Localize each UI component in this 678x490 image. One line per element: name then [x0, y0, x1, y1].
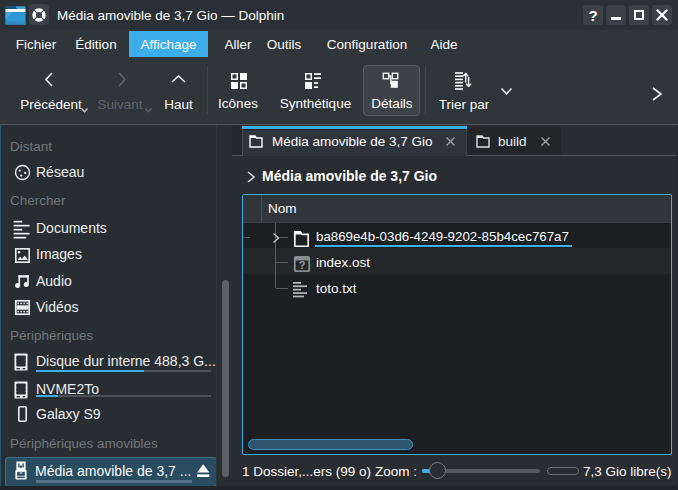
svg-text:?: ?: [299, 259, 306, 271]
